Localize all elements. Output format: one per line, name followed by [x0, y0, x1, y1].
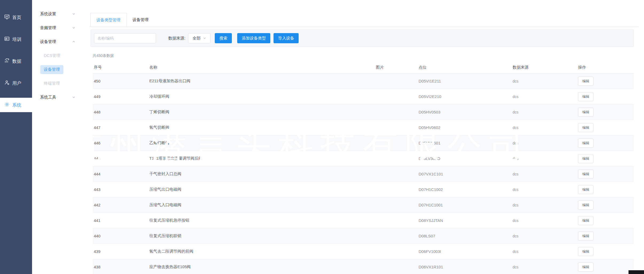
cell-no: 443 — [93, 187, 149, 192]
cell-source: dcs — [513, 126, 578, 130]
cell-no: 441 — [93, 218, 149, 223]
table-row: 440 往复式压缩机联锁 D08LS07 dcs 编辑 — [93, 228, 634, 244]
tab-device-management[interactable]: 设备管理 — [127, 13, 154, 27]
cell-source: dcs — [513, 234, 578, 238]
rail-item-label: 系统 — [12, 102, 21, 108]
rail-item-system[interactable]: 系统 — [0, 98, 32, 112]
search-input[interactable] — [94, 33, 156, 43]
cell-no: 444 — [93, 172, 149, 176]
menu-item-device-management[interactable]: 设备管理 — [32, 62, 89, 76]
cell-action: 编辑 — [578, 232, 634, 241]
cell-point: D05HV0602 — [419, 125, 513, 130]
select-value: 全部 — [193, 36, 201, 41]
edit-button[interactable]: 编辑 — [578, 201, 594, 210]
rail-item-users[interactable]: 用户 — [0, 76, 32, 90]
cell-point: D05VI2E210 — [419, 94, 513, 99]
menu-item-label: DCS管理 — [40, 51, 64, 60]
cell-name: E211母液加热器出口阀 — [149, 79, 376, 84]
menu-item-terminal[interactable]: 终端管理 — [32, 76, 89, 90]
cell-no: 447 — [93, 125, 149, 130]
menu-group-device[interactable]: 设备管理 — [32, 35, 89, 49]
cell-source: dcs — [513, 110, 578, 114]
cell-no: 446 — [93, 141, 149, 145]
rail-item-training[interactable]: 培训 — [0, 32, 32, 46]
col-header-source: 数据来源 — [513, 65, 578, 70]
cell-point: D08YSJJTAN — [419, 218, 513, 223]
menu-group-audio[interactable]: 音频管理 — [32, 21, 89, 35]
chevron-down-icon — [72, 12, 76, 16]
edit-button[interactable]: 编辑 — [578, 170, 594, 179]
chevron-up-icon — [72, 40, 76, 44]
search-button[interactable]: 搜索 — [215, 33, 232, 43]
cell-action: 编辑 — [578, 263, 634, 272]
table-row: 443 压缩气出口电磁阀 D07H1C1002 dcs 编辑 — [93, 182, 634, 197]
table-row: 448 丁烯切断阀 D05HV0503 dcs 编辑 — [93, 104, 634, 120]
cell-name: 往复式压缩机联锁 — [149, 233, 376, 238]
cell-name: 丁烯切断阀 — [149, 109, 376, 115]
rail-item-label: 首页 — [12, 14, 21, 21]
add-device-type-button[interactable]: 添加设备类型 — [237, 33, 270, 43]
cell-name: 压缩气出口电磁阀 — [149, 187, 376, 192]
edit-button[interactable]: 编辑 — [578, 232, 594, 241]
data-source-label: 数据来源: — [168, 36, 185, 41]
cell-action: 编辑 — [578, 139, 634, 148]
cell-point: D05VI1E211 — [419, 79, 513, 83]
cell-action: 编辑 — [578, 201, 634, 210]
cell-source: dcs — [513, 172, 578, 176]
import-device-button[interactable]: 导入设备 — [274, 33, 299, 43]
chevron-down-icon — [72, 26, 76, 30]
menu-item-dcs[interactable]: DCS管理 — [32, 49, 89, 62]
left-rail: 首页 培训 数据 — [0, 0, 32, 274]
edit-button[interactable]: 编辑 — [578, 263, 594, 272]
cell-source: dcs — [513, 141, 578, 145]
cell-no: 442 — [93, 203, 149, 207]
main-content: 设备类型管理 设备管理 数据来源: 全部 搜索 添加设备类型 导入设备 共450… — [89, 0, 639, 274]
cell-action: 编辑 — [578, 247, 634, 256]
edit-button[interactable]: 编辑 — [578, 154, 594, 163]
menu-group-label: 系统设置 — [40, 11, 56, 17]
tab-device-type-management[interactable]: 设备类型管理 — [90, 13, 127, 27]
rail-item-label: 培训 — [12, 36, 21, 42]
user-icon — [4, 80, 10, 87]
cell-point: D03LV302O — [419, 156, 513, 161]
edit-button[interactable]: 编辑 — [578, 216, 594, 225]
cell-point: D06VX1R101 — [419, 265, 513, 269]
cell-source: dcs — [513, 187, 578, 192]
cell-name: 氢气去二段调节阀的前阀 — [149, 249, 376, 254]
menu-group-system-settings[interactable]: 系统设置 — [32, 7, 89, 21]
table-header: 序号 名称 图片 点位 数据来源 操作 — [93, 61, 634, 73]
table-row: 450 E211母液加热器出口阀 D05VI1E211 dcs 编辑 — [93, 73, 634, 89]
cell-no: 438 — [93, 265, 149, 269]
edit-button[interactable]: 编辑 — [578, 108, 594, 117]
chevron-down-icon — [203, 37, 206, 40]
menu-group-tools[interactable]: 系统工具 — [32, 90, 89, 104]
cell-action: 编辑 — [578, 123, 634, 132]
rail-item-data[interactable]: 数据 — [0, 54, 32, 68]
cell-action: 编辑 — [578, 154, 634, 163]
cell-action: 编辑 — [578, 216, 634, 225]
edit-button[interactable]: 编辑 — [578, 139, 594, 148]
edit-button[interactable]: 编辑 — [578, 77, 594, 86]
cell-name: 压缩气入口电磁阀 — [149, 202, 376, 208]
cell-point: D05HV0503 — [419, 110, 513, 114]
edit-button[interactable]: 编辑 — [578, 247, 594, 256]
device-table: 序号 名称 图片 点位 数据来源 操作 450 E211母液加热器出口阀 D05… — [93, 61, 634, 274]
cell-name: 氢气切断阀 — [149, 125, 376, 130]
cell-source: dcs — [513, 249, 578, 254]
cell-no: 448 — [93, 110, 149, 114]
menu-group-label: 音频管理 — [40, 25, 56, 30]
edit-button[interactable]: 编辑 — [578, 185, 594, 194]
app-window: 首页 培训 数据 — [0, 0, 644, 274]
rail-item-home[interactable]: 首页 — [0, 10, 32, 25]
edit-button[interactable]: 编辑 — [578, 123, 594, 132]
cell-point: D07H1C1002 — [419, 187, 513, 192]
data-icon — [4, 58, 10, 65]
menu-item-label: 设备管理 — [40, 65, 63, 74]
cell-no: 439 — [93, 249, 149, 254]
edit-button[interactable]: 编辑 — [578, 92, 594, 101]
cell-name: T101塔顶采出流量调节阀后阀 — [149, 156, 376, 161]
menu-group-label: 设备管理 — [40, 39, 56, 44]
table-row: 449 冷却循环阀 D05VI2E210 dcs 编辑 — [93, 89, 634, 104]
cell-no: 450 — [93, 79, 149, 83]
data-source-select[interactable]: 全部 — [188, 33, 210, 43]
